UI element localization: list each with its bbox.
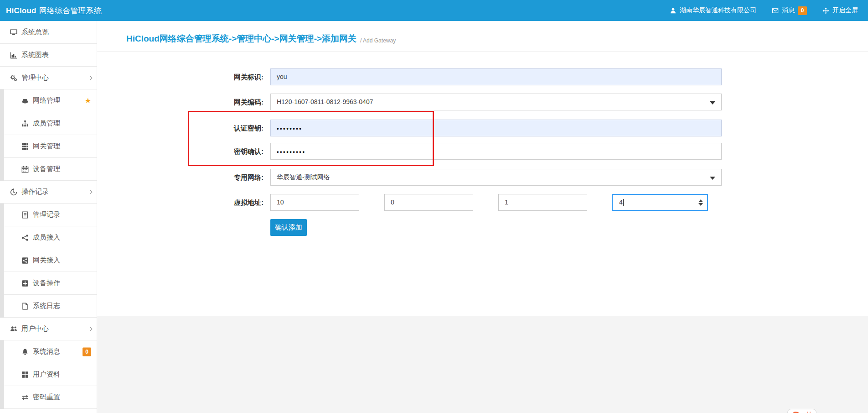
- exchange-icon: [21, 394, 29, 401]
- company-account[interactable]: 湖南华辰智通科技有限公司: [670, 6, 756, 15]
- private-network-value: 华辰智通-测试网络: [277, 173, 330, 181]
- sidebar-item-management-center[interactable]: 管理中心: [0, 67, 97, 89]
- calendar-icon: [21, 166, 29, 173]
- chevron-right-icon: [88, 190, 93, 194]
- sidebar-item-label: 设备操作: [33, 279, 60, 288]
- grid-icon: [21, 143, 29, 150]
- sidebar-item-password-reset[interactable]: 密码重置: [0, 386, 97, 409]
- breadcrumb-subtitle: / Add Gateway: [360, 37, 396, 45]
- fullscreen-button[interactable]: 开启全屏: [822, 6, 858, 15]
- sidebar-item-label: 用户中心: [21, 324, 49, 333]
- share-icon: [21, 234, 29, 241]
- envelope-icon: [772, 7, 779, 14]
- sidebar-item-system-logs[interactable]: 系统日志: [0, 295, 97, 318]
- floating-helper-widget[interactable]: [787, 409, 816, 413]
- sidebar-item-label: 系统图表: [21, 51, 49, 59]
- fullscreen-label: 开启全屏: [832, 6, 858, 15]
- brand-subtitle: 网络综合管理系统: [39, 6, 102, 15]
- sidebar-item-label: 网络管理: [33, 96, 60, 105]
- sidebar-nav: 系统总览系统图表管理中心网络管理★成员管理网关管理设备管理操作记录管理记录成员接…: [0, 21, 97, 413]
- form-row-private-network: 专用网络: 华辰智通-测试网络: [97, 169, 868, 186]
- octet-value: 10: [277, 199, 284, 206]
- company-name: 湖南华辰智通科技有限公司: [680, 6, 756, 15]
- virtual-address-octet-1[interactable]: 10: [270, 194, 359, 211]
- octet-value: 1: [505, 199, 508, 206]
- sidebar-item-device-management[interactable]: 设备管理: [0, 158, 97, 181]
- sidebar-item-label: 系统日志: [33, 302, 60, 310]
- file-icon: [21, 303, 29, 310]
- chevron-right-icon: [88, 327, 93, 331]
- bar-chart-icon: [10, 52, 17, 59]
- sidebar-item-user-profile[interactable]: 用户资料: [0, 363, 97, 386]
- octet-value: 0: [391, 199, 394, 206]
- auth-key-input[interactable]: ••••••••: [270, 120, 722, 136]
- page-background: [97, 316, 868, 413]
- number-spinner[interactable]: [698, 199, 703, 206]
- user-icon: [670, 7, 677, 14]
- sidebar-item-label: 操作记录: [21, 188, 49, 196]
- gears-icon: [10, 74, 17, 82]
- gateway-code-value: H120-1607-0811-0812-9963-0407: [277, 98, 373, 105]
- form-row-gateway-code: 网关编码: H120-1607-0811-0812-9963-0407: [97, 94, 868, 110]
- sidebar-item-operation-records[interactable]: 操作记录: [0, 181, 97, 204]
- sidebar-item-label: 管理记录: [33, 210, 60, 219]
- form-row-gateway-id: 网关标识: you: [97, 68, 868, 85]
- chevron-down-icon: [710, 177, 715, 180]
- sidebar-item-label: 成员接入: [33, 233, 60, 242]
- th-large-icon: [21, 371, 29, 378]
- sidebar-item-label: 系统总览: [21, 28, 49, 37]
- sidebar-item-label: 用户资料: [33, 370, 60, 379]
- confirm-add-button[interactable]: 确认添加: [270, 219, 307, 236]
- users-icon: [10, 325, 17, 333]
- form-row-key-confirm: 密钥确认: •••••••••: [97, 143, 868, 160]
- sidebar-item-management-records[interactable]: 管理记录: [0, 204, 97, 226]
- breadcrumb: HiCloud网络综合管理系统->管理中心->网关管理->添加网关 / Add …: [97, 21, 868, 52]
- private-network-select[interactable]: 华辰智通-测试网络: [270, 169, 722, 186]
- sidebar-item-system-messages[interactable]: 系统消息0: [0, 340, 97, 363]
- spinner-up-icon: [698, 199, 703, 202]
- sidebar-item-member-access[interactable]: 成员接入: [0, 226, 97, 249]
- key-confirm-label: 密钥确认:: [97, 143, 264, 160]
- file-text-icon: [21, 211, 29, 219]
- brand-name: HiCloud: [6, 6, 36, 15]
- sidebar-item-device-operations[interactable]: 设备操作: [0, 272, 97, 295]
- sidebar-count-badge: 0: [83, 347, 91, 356]
- monitor-icon: [10, 29, 17, 36]
- sidebar-item-label: 密码重置: [33, 393, 60, 402]
- app-brand: HiCloud网络综合管理系统: [0, 5, 102, 16]
- sidebar-item-gateway-access[interactable]: 网关接入: [0, 249, 97, 272]
- chevron-right-icon: [88, 76, 93, 80]
- gateway-id-input[interactable]: you: [270, 68, 722, 85]
- form-row-auth-key: 认证密钥: ••••••••: [97, 120, 868, 136]
- sidebar-item-gateway-management[interactable]: 网关管理: [0, 135, 97, 158]
- favorite-star-icon: ★: [85, 97, 91, 105]
- text-cursor: [623, 199, 624, 206]
- plus-square-icon: [21, 280, 29, 287]
- sidebar-item-member-management[interactable]: 成员管理: [0, 112, 97, 135]
- main-content: HiCloud网络综合管理系统->管理中心->网关管理->添加网关 / Add …: [97, 21, 868, 413]
- spinner-down-icon: [698, 203, 703, 206]
- virtual-address-octet-4[interactable]: 4: [612, 194, 708, 211]
- gateway-code-select[interactable]: H120-1607-0811-0812-9963-0407: [270, 94, 722, 110]
- private-network-label: 专用网络:: [97, 169, 264, 186]
- sidebar-item-system-overview[interactable]: 系统总览: [0, 21, 97, 44]
- cloud-icon: [21, 97, 29, 105]
- sidebar-item-label: 管理中心: [21, 73, 49, 82]
- share-square-icon: [21, 257, 29, 264]
- sidebar-item-network-management[interactable]: 网络管理★: [0, 89, 97, 112]
- sitemap-icon: [21, 120, 29, 127]
- auth-key-label: 认证密钥:: [97, 120, 264, 136]
- virtual-address-label: 虚拟地址:: [97, 194, 264, 211]
- sidebar-item-system-charts[interactable]: 系统图表: [0, 44, 97, 67]
- sidebar-item-label: 网关管理: [33, 142, 60, 151]
- virtual-address-octet-3[interactable]: 1: [498, 194, 587, 211]
- form-row-virtual-address: 虚拟地址: 10014: [97, 194, 868, 211]
- virtual-address-octet-2[interactable]: 0: [384, 194, 473, 211]
- key-confirm-input[interactable]: •••••••••: [270, 143, 722, 160]
- topbar: HiCloud网络综合管理系统 湖南华辰智通科技有限公司 消息 0: [0, 0, 868, 21]
- messages-button[interactable]: 消息 0: [772, 6, 807, 15]
- messages-count-badge: 0: [798, 6, 807, 15]
- sidebar-item-label: 设备管理: [33, 165, 60, 173]
- sidebar-item-user-center[interactable]: 用户中心: [0, 318, 97, 340]
- widget-logo-icon: [791, 410, 805, 413]
